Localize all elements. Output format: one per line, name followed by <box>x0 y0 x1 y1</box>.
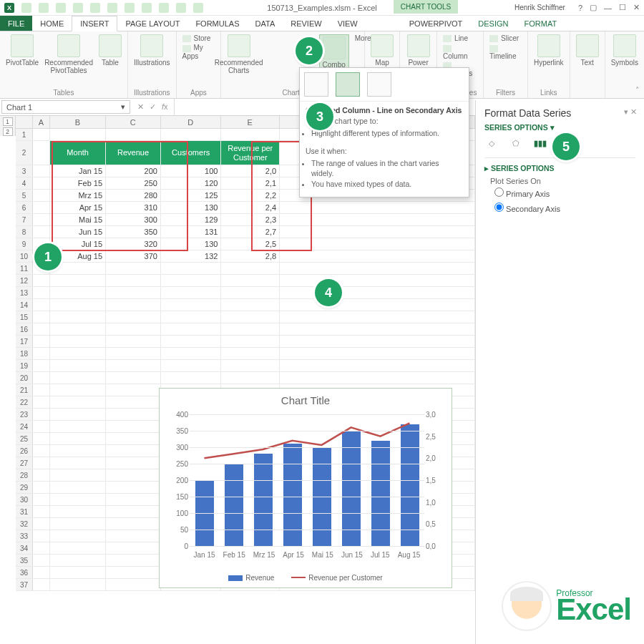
cell[interactable] <box>106 457 161 469</box>
tab-insert[interactable]: INSERT <box>72 16 117 31</box>
cell[interactable] <box>33 214 50 226</box>
symbols-button[interactable]: Symbols <box>611 34 638 67</box>
cell[interactable] <box>280 238 475 250</box>
tab-formulas[interactable]: FORMULAS <box>187 16 247 31</box>
secondary-axis-radio[interactable]: Secondary Axis <box>484 200 635 215</box>
cell[interactable] <box>280 263 475 275</box>
cell[interactable] <box>221 311 280 323</box>
cell[interactable]: 250 <box>106 177 161 190</box>
row-header[interactable]: 25 <box>16 433 33 445</box>
cell[interactable] <box>33 348 50 360</box>
cell[interactable] <box>106 287 161 299</box>
cell[interactable] <box>50 421 106 433</box>
row-header[interactable]: 21 <box>16 384 33 396</box>
row-header[interactable]: 26 <box>16 445 33 457</box>
cell[interactable] <box>33 336 50 348</box>
cell[interactable] <box>33 482 50 494</box>
cell[interactable] <box>33 177 50 190</box>
row-header[interactable]: 31 <box>16 506 33 518</box>
recommended-pivot-button[interactable]: Recommended PivotTables <box>44 34 93 74</box>
qat-icon[interactable] <box>142 3 152 13</box>
row-header[interactable]: 8 <box>16 226 33 238</box>
cell[interactable] <box>33 141 50 165</box>
cell[interactable]: 2,2 <box>221 190 280 202</box>
row-header[interactable]: 22 <box>16 396 33 409</box>
cell[interactable] <box>33 360 50 372</box>
cancel-icon[interactable]: ✕ <box>137 102 144 112</box>
cell[interactable] <box>106 542 161 555</box>
row-header[interactable]: 11 <box>16 263 33 275</box>
illustrations-button[interactable]: Illustrations <box>134 34 170 67</box>
sparkline-column-button[interactable]: Column <box>443 44 477 59</box>
cell[interactable] <box>33 323 50 336</box>
myapps-button[interactable]: My Apps <box>182 44 215 59</box>
cell[interactable] <box>106 360 161 372</box>
plot-area[interactable]: Jan 15Feb 15Mrz 15Apr 15Mai 15Jun 15Jul … <box>190 414 424 546</box>
cell[interactable]: 100 <box>161 165 222 177</box>
cell[interactable] <box>106 445 161 457</box>
cell[interactable]: Jun 15 <box>50 226 106 238</box>
cell[interactable]: 125 <box>161 190 222 202</box>
cell[interactable] <box>280 287 475 299</box>
cell[interactable] <box>50 275 106 287</box>
cell[interactable] <box>33 275 50 287</box>
cell[interactable] <box>106 421 161 433</box>
cell[interactable]: 120 <box>161 177 222 190</box>
help-icon[interactable]: ? <box>578 4 582 12</box>
cell[interactable] <box>106 433 161 445</box>
cell[interactable] <box>280 299 475 311</box>
cell[interactable] <box>33 457 50 469</box>
cell[interactable]: 300 <box>106 214 161 226</box>
cell[interactable]: 2,5 <box>221 238 280 250</box>
cell[interactable] <box>221 275 280 287</box>
cell[interactable] <box>50 360 106 372</box>
cell[interactable]: 310 <box>106 202 161 214</box>
cell[interactable] <box>161 275 222 287</box>
cell[interactable]: Customers <box>161 141 222 165</box>
row-header[interactable]: 15 <box>16 311 33 323</box>
cell[interactable] <box>33 129 50 141</box>
cell[interactable] <box>50 530 106 542</box>
cell[interactable] <box>50 506 106 518</box>
row-header[interactable]: 12 <box>16 275 33 287</box>
cell[interactable] <box>50 542 106 555</box>
row-header[interactable]: 19 <box>16 360 33 372</box>
recommended-charts-button[interactable]: Recommended Charts <box>215 34 263 74</box>
table-button[interactable]: Table <box>99 34 122 67</box>
cell[interactable] <box>33 542 50 555</box>
cell[interactable]: Revenue per Customer <box>221 141 280 165</box>
cell[interactable] <box>50 129 106 141</box>
cell[interactable] <box>280 226 475 238</box>
cell[interactable]: 2,3 <box>221 214 280 226</box>
tab-file[interactable]: FILE <box>0 16 32 31</box>
col-A[interactable]: A <box>33 116 50 128</box>
cell[interactable] <box>280 202 475 214</box>
cell[interactable] <box>106 409 161 421</box>
cell[interactable]: 2,1 <box>221 177 280 190</box>
text-button[interactable]: Text <box>576 34 599 67</box>
cell[interactable] <box>106 518 161 530</box>
row-header[interactable]: 17 <box>16 336 33 348</box>
chevron-down-icon[interactable]: ▾ <box>121 102 125 112</box>
cell[interactable]: Mai 15 <box>50 214 106 226</box>
col-E[interactable]: E <box>221 116 280 128</box>
cell[interactable]: 132 <box>161 250 222 263</box>
qat-undo-icon[interactable] <box>39 3 49 13</box>
cell[interactable]: 2,4 <box>221 202 280 214</box>
close-icon[interactable]: ✕ <box>633 3 640 12</box>
outline-1[interactable]: 1 <box>3 117 13 126</box>
cell[interactable] <box>161 336 222 348</box>
cell[interactable] <box>50 396 106 409</box>
row-header[interactable]: 29 <box>16 482 33 494</box>
cell[interactable] <box>33 165 50 177</box>
outline-2[interactable]: 2 <box>3 127 13 136</box>
cell[interactable] <box>161 287 222 299</box>
section-header[interactable]: ▸ SERIES OPTIONS <box>484 164 635 172</box>
cell[interactable] <box>50 409 106 421</box>
cell[interactable] <box>106 506 161 518</box>
map-button[interactable]: Map <box>371 34 394 67</box>
cell[interactable] <box>106 555 161 567</box>
combo-option-2-selected[interactable] <box>336 72 360 97</box>
cell[interactable] <box>50 482 106 494</box>
select-all[interactable] <box>16 116 33 128</box>
